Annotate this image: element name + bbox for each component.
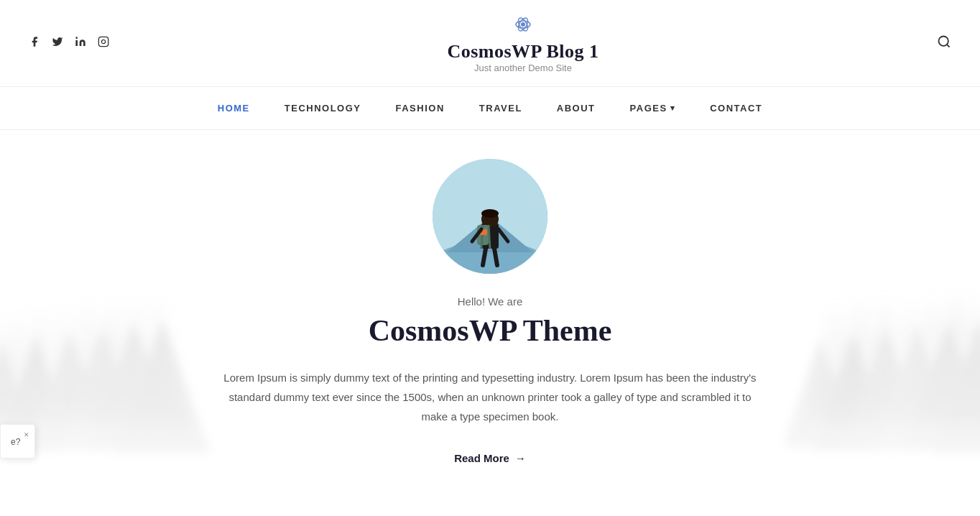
hero-section: Hello! We are CosmosWP Theme Lorem Ipsum… <box>0 130 980 507</box>
hero-description: Lorem Ipsum is simply dummy text of the … <box>217 368 763 426</box>
hero-greeting: Hello! We are <box>458 295 523 308</box>
read-more-arrow: → <box>515 452 526 464</box>
svg-point-7 <box>939 36 948 45</box>
read-more-button[interactable]: Read More → <box>454 452 526 464</box>
notification-popup: × e? <box>0 424 35 459</box>
twitter-icon[interactable] <box>52 36 63 50</box>
nav-item-contact[interactable]: CONTACT <box>693 87 780 129</box>
site-header: CosmosWP Blog 1 Just another Demo Site <box>0 0 980 87</box>
svg-point-6 <box>521 22 525 27</box>
brand-orbit-icon <box>508 13 538 40</box>
pages-dropdown-icon: ▾ <box>670 103 676 113</box>
facebook-icon[interactable] <box>29 36 40 50</box>
nav-item-fashion[interactable]: FASHION <box>379 87 462 129</box>
brand-subtitle: Just another Demo Site <box>474 63 572 73</box>
nav-item-travel[interactable]: TRAVEL <box>462 87 540 129</box>
nav-item-pages[interactable]: PAGES ▾ <box>613 87 693 129</box>
svg-line-50 <box>483 249 486 265</box>
svg-line-46 <box>489 225 490 249</box>
hero-title: CosmosWP Theme <box>369 313 612 348</box>
svg-line-8 <box>947 44 950 47</box>
hero-avatar <box>433 159 547 274</box>
nav-item-about[interactable]: ABOUT <box>540 87 613 129</box>
svg-line-51 <box>494 249 497 265</box>
instagram-icon[interactable] <box>98 36 109 50</box>
svg-point-43 <box>481 209 499 218</box>
svg-point-0 <box>75 37 78 39</box>
search-button[interactable] <box>937 34 951 52</box>
site-brand: CosmosWP Blog 1 Just another Demo Site <box>109 13 937 73</box>
svg-rect-1 <box>98 37 108 46</box>
read-more-label: Read More <box>454 452 509 464</box>
linkedin-icon[interactable] <box>75 36 86 50</box>
nav-item-technology[interactable]: TECHNOLOGY <box>267 87 379 129</box>
nav-item-home[interactable]: HOME <box>200 87 267 129</box>
brand-title: CosmosWP Blog 1 <box>447 41 598 63</box>
notification-text: e? <box>11 437 20 447</box>
social-links <box>29 36 109 50</box>
main-nav: HOME TECHNOLOGY FASHION TRAVEL ABOUT PAG… <box>0 87 980 130</box>
notification-close-button[interactable]: × <box>24 429 29 441</box>
hero-content: Hello! We are CosmosWP Theme Lorem Ipsum… <box>217 159 763 464</box>
